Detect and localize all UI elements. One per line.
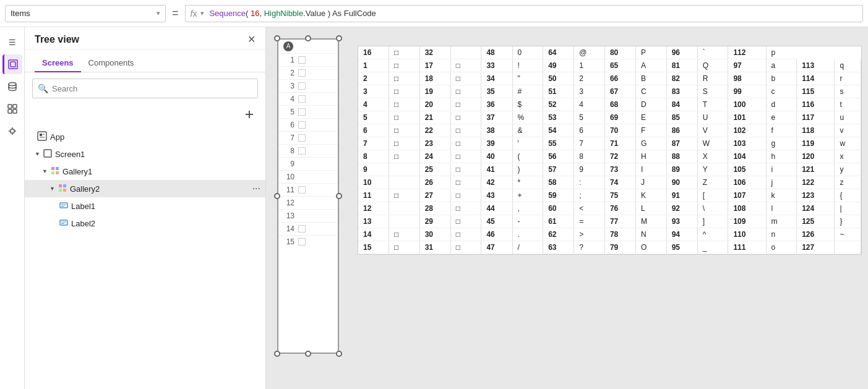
gallery-widget[interactable]: A 1 2 3 4 5 6 7 8 9 10 11 12 13: [277, 38, 339, 354]
ascii-row-14: 15□31□47/63?79O95_111o127: [358, 241, 861, 254]
tree-item-label2[interactable]: Label2: [25, 215, 265, 232]
ascii-cell-13-7: >: [574, 228, 605, 241]
ascii-cell-11-10: 92: [666, 202, 697, 215]
hamburger-icon[interactable]: ☰: [2, 32, 22, 52]
ascii-cell-2-15: s: [835, 85, 861, 98]
svg-rect-17: [51, 167, 54, 170]
ascii-cell-1-1: □: [389, 72, 420, 85]
handle-top-center[interactable]: [305, 35, 311, 41]
ascii-cell-8-13: i: [766, 163, 797, 176]
ascii-cell-0-2: 17: [419, 59, 450, 72]
layers-icon[interactable]: [2, 54, 22, 74]
close-button[interactable]: ✕: [247, 33, 256, 45]
check-3: [298, 82, 306, 90]
handle-top-right[interactable]: [336, 35, 342, 41]
ascii-cell-14-7: ?: [574, 241, 605, 254]
ascii-cell-4-12: 101: [728, 111, 766, 124]
check-15: [298, 238, 306, 246]
gallery-row-15: 15: [278, 236, 338, 248]
ascii-cell-5-3: □: [450, 124, 481, 137]
ascii-row-11: 1228□44,60<76L92\108l124|: [358, 202, 861, 215]
ascii-cell-0-1: □: [389, 59, 420, 72]
search-icon: 🔍: [38, 83, 48, 93]
ascii-cell-10-15: {: [835, 189, 861, 202]
ascii-cell-3-2: 20: [419, 98, 450, 111]
gallery-row-9: 9: [278, 158, 338, 171]
ascii-cell-10-5: +: [512, 189, 543, 202]
col-h-5: 80: [604, 46, 635, 59]
tree-item-screen1[interactable]: ▼ Screen1: [25, 145, 265, 163]
ascii-cell-12-1: [389, 215, 420, 228]
component-icon[interactable]: [2, 99, 22, 119]
handle-bottom-center[interactable]: [305, 351, 311, 357]
ascii-cell-1-2: 18: [419, 72, 450, 85]
ascii-cell-5-13: f: [766, 124, 797, 137]
ascii-header-row: 16 □ 32 48 0 64 @ 80 P 96 ` 112: [358, 46, 861, 59]
tree-item-gallery2[interactable]: ▼ Gallery2 ···: [25, 180, 265, 197]
handle-bottom-left[interactable]: [274, 351, 280, 357]
tab-components[interactable]: Components: [81, 54, 142, 72]
database-icon[interactable]: [2, 77, 22, 96]
ascii-cell-0-4: 33: [481, 59, 512, 72]
svg-rect-4: [13, 105, 17, 108]
label2-label: Label2: [71, 219, 260, 228]
ascii-cell-0-5: !: [512, 59, 543, 72]
ascii-cell-0-3: □: [450, 59, 481, 72]
handle-mid-right[interactable]: [336, 193, 342, 199]
ascii-cell-12-10: 93: [666, 215, 697, 228]
handle-top-left[interactable]: [274, 35, 280, 41]
ascii-cell-7-1: □: [389, 150, 420, 163]
ascii-cell-8-3: □: [450, 163, 481, 176]
ascii-cell-3-3: □: [450, 98, 481, 111]
search-input[interactable]: [52, 84, 252, 93]
gallery-row-6: 6: [278, 119, 338, 132]
ascii-cell-0-14: 113: [797, 59, 835, 72]
ascii-cell-2-1: □: [389, 85, 420, 98]
ascii-row-8: 925□41)57973I89Y105i121y: [358, 163, 861, 176]
handle-mid-left[interactable]: [274, 193, 280, 199]
ascii-cell-12-0: 13: [358, 215, 389, 228]
ascii-cell-2-10: 83: [666, 85, 697, 98]
dropdown-label: Items: [11, 9, 30, 18]
ascii-row-5: 6□22□38&54670F86V102f118v: [358, 124, 861, 137]
search-box: 🔍: [32, 79, 258, 98]
tree-item-label1[interactable]: Label1: [25, 197, 265, 215]
ascii-cell-8-5: ): [512, 163, 543, 176]
ascii-cell-14-1: □: [389, 241, 420, 254]
ascii-cell-4-1: □: [389, 111, 420, 124]
svg-rect-20: [56, 171, 59, 174]
gallery2-chevron: ▼: [49, 186, 55, 192]
ascii-cell-12-4: 45: [481, 215, 512, 228]
ascii-cell-3-1: □: [389, 98, 420, 111]
ascii-cell-3-7: 4: [574, 98, 605, 111]
formula-bar[interactable]: fx ▾ Sequence( 16, HighNibble.Value ) As…: [185, 5, 863, 22]
variable-icon[interactable]: [2, 121, 22, 141]
ascii-cell-7-15: x: [835, 150, 861, 163]
ascii-cell-7-7: 8: [574, 150, 605, 163]
ascii-cell-0-0: 1: [358, 59, 389, 72]
ascii-cell-5-10: 86: [666, 124, 697, 137]
ascii-cell-9-8: 74: [604, 176, 635, 189]
gallery-row-header: A: [278, 40, 338, 54]
tab-screens[interactable]: Screens: [35, 54, 81, 72]
ascii-cell-6-6: 55: [543, 137, 574, 150]
ascii-cell-7-0: 8: [358, 150, 389, 163]
tree-item-gallery1[interactable]: ▼ Gallery1: [25, 163, 265, 180]
ascii-cell-11-7: <: [574, 202, 605, 215]
ascii-cell-13-4: 46: [481, 228, 512, 241]
tree-item-app[interactable]: App: [25, 128, 265, 145]
ascii-cell-10-14: 123: [797, 189, 835, 202]
ascii-cell-4-13: e: [766, 111, 797, 124]
handle-bottom-right[interactable]: [336, 351, 342, 357]
add-item-button[interactable]: [241, 106, 258, 123]
ascii-cell-1-7: 2: [574, 72, 605, 85]
ascii-row-1: 2□18□34"50266B82R98b114r: [358, 72, 861, 85]
gallery2-more-button[interactable]: ···: [252, 183, 260, 194]
svg-rect-19: [51, 171, 54, 174]
items-dropdown[interactable]: Items ▾: [5, 5, 166, 22]
ascii-cell-0-7: 1: [574, 59, 605, 72]
ascii-row-0: 1□17□33!49165A81Q97a113q: [358, 59, 861, 72]
ascii-row-9: 1026□42*58:74J90Z106j122z: [358, 176, 861, 189]
gallery2-label: Gallery2: [70, 184, 252, 194]
svg-rect-14: [43, 134, 45, 135]
